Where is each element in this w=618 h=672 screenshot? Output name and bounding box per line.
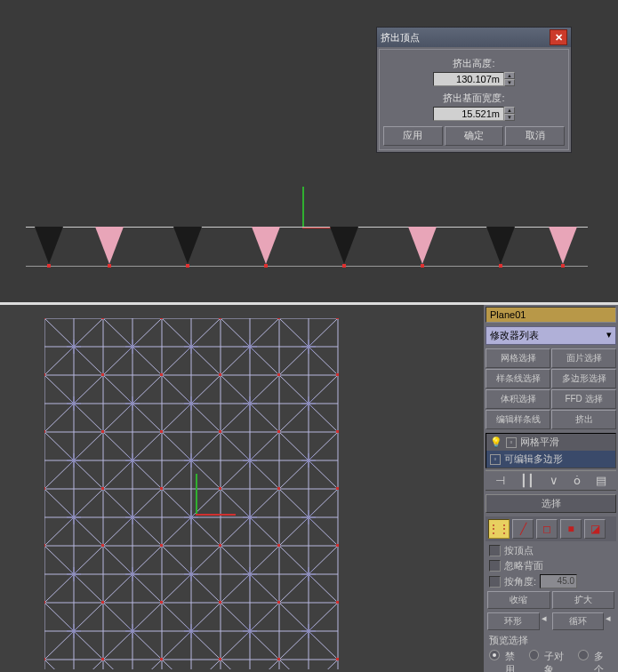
svg-line-503	[127, 455, 132, 460]
svg-rect-363	[101, 318, 104, 319]
modifier-item-meshsmooth[interactable]: 💡 ▫ 网格平滑	[486, 434, 615, 451]
triangle-face	[95, 227, 124, 264]
svg-line-483	[309, 404, 314, 409]
spinner-up-icon[interactable]: ▲	[504, 107, 515, 114]
border-subobj-button[interactable]: ◻	[536, 519, 558, 539]
svg-rect-364	[160, 318, 163, 319]
extrude-base-width-spinner[interactable]: 15.521m ▲ ▼	[383, 107, 565, 121]
svg-rect-392	[44, 601, 45, 604]
ring-button[interactable]: 环形	[487, 612, 540, 630]
preview-off-radio[interactable]	[489, 650, 500, 660]
dialog-titlebar[interactable]: 挤出顶点 ✕	[377, 28, 571, 47]
make-unique-icon[interactable]: ∨	[550, 474, 558, 487]
ok-button[interactable]: 确定	[445, 126, 504, 146]
modifier-list-dropdown[interactable]: 修改器列表 ▾	[486, 326, 616, 345]
spinner-down-icon[interactable]: ▼	[504, 79, 515, 86]
by-vertex-checkbox[interactable]	[489, 545, 501, 556]
svg-rect-388	[160, 544, 163, 547]
extrude-height-input[interactable]: 130.107m	[433, 72, 504, 86]
by-angle-checkbox[interactable]	[489, 576, 501, 588]
svg-line-617	[74, 626, 79, 631]
svg-line-603	[309, 574, 314, 580]
svg-rect-375	[101, 430, 104, 433]
svg-rect-382	[160, 487, 163, 490]
top-viewport[interactable]	[0, 305, 484, 672]
ignore-backface-label: 忽略背面	[504, 559, 543, 572]
extrude-button[interactable]: 挤出	[551, 410, 616, 429]
svg-line-321	[132, 660, 162, 669]
object-name-field[interactable]: Plane01	[486, 307, 616, 323]
spline-select-button[interactable]: 样条线选择	[486, 369, 550, 388]
svg-line-505	[132, 455, 138, 460]
svg-line-619	[132, 631, 138, 636]
svg-rect-397	[336, 601, 339, 604]
modifier-stack[interactable]: 💡 ▫ 网格平滑 ▫ 可编辑多边形	[486, 433, 616, 468]
ffd-select-button[interactable]: FFD 选择	[551, 389, 616, 409]
svg-rect-362	[44, 318, 45, 319]
svg-rect-367	[336, 318, 339, 319]
svg-rect-385	[336, 487, 339, 490]
modifier-item-editable-poly[interactable]: ▫ 可编辑多边形	[486, 451, 615, 468]
loop-button[interactable]: 循环	[552, 612, 605, 630]
extrude-height-label: 挤出高度:	[383, 57, 565, 70]
mesh-select-button[interactable]: 网格选择	[486, 348, 550, 368]
svg-line-521	[250, 455, 255, 460]
svg-rect-387	[101, 544, 104, 547]
ring-spinner[interactable]: ◂	[542, 612, 550, 630]
volume-select-button[interactable]: 体积选择	[486, 389, 550, 409]
bulb-icon[interactable]: 💡	[490, 436, 502, 448]
spinner-down-icon[interactable]: ▼	[504, 114, 515, 121]
pin-icon[interactable]: ⊣	[495, 474, 505, 487]
extrude-height-spinner[interactable]: 130.107m ▲ ▼	[383, 72, 565, 86]
svg-line-417	[74, 341, 79, 347]
svg-line-310	[74, 660, 103, 669]
loop-spinner[interactable]: ◂	[606, 612, 614, 630]
svg-line-623	[127, 626, 132, 631]
svg-line-354	[279, 660, 309, 669]
svg-rect-406	[277, 658, 280, 660]
apply-button[interactable]: 应用	[383, 126, 443, 146]
grow-button[interactable]: 扩大	[552, 591, 615, 609]
shrink-button[interactable]: 收缩	[487, 591, 550, 609]
preview-subobj-radio[interactable]	[529, 650, 540, 660]
remove-icon[interactable]: ȯ	[574, 474, 581, 487]
svg-line-529	[309, 455, 314, 460]
poly-select-button[interactable]: 多边形选择	[551, 369, 616, 388]
selection-rollout-header[interactable]: 选择	[486, 494, 616, 513]
expand-icon[interactable]: ▫	[506, 437, 517, 448]
ignore-backface-checkbox[interactable]	[489, 560, 501, 572]
preview-multi-radio[interactable]	[578, 650, 589, 660]
show-end-icon[interactable]: ┃┃	[520, 474, 534, 487]
polygon-subobj-button[interactable]: ■	[560, 519, 582, 539]
vertex-subobj-button[interactable]: ⋮⋮	[488, 519, 510, 539]
svg-line-411	[74, 347, 79, 352]
svg-line-587	[191, 574, 197, 580]
svg-line-615	[68, 626, 74, 631]
triangle-face	[252, 227, 280, 264]
svg-line-433	[191, 341, 197, 347]
spinner-up-icon[interactable]: ▲	[504, 72, 515, 79]
patch-select-button[interactable]: 面片选择	[551, 348, 616, 368]
angle-input[interactable]: 45.0	[540, 574, 577, 588]
svg-line-635	[250, 631, 255, 636]
expand-icon[interactable]: ▫	[490, 454, 501, 465]
extrude-base-width-label: 挤出基面宽度:	[383, 92, 565, 105]
front-viewport[interactable]: 挤出顶点 ✕ 挤出高度: 130.107m ▲ ▼ 挤出基面宽度: 15.521…	[0, 0, 618, 305]
edit-spline-button[interactable]: 编辑样条线	[486, 410, 550, 429]
rollout-title: 选择	[542, 498, 561, 508]
svg-rect-369	[101, 373, 104, 376]
svg-line-309	[44, 660, 74, 669]
close-icon[interactable]: ✕	[550, 29, 567, 45]
preview-multi-label: 多个	[594, 650, 613, 672]
cancel-button[interactable]: 取消	[505, 126, 565, 146]
extrude-base-width-input[interactable]: 15.521m	[433, 107, 504, 121]
edge-subobj-button[interactable]: ╱	[512, 519, 534, 539]
svg-line-509	[186, 460, 191, 466]
configure-icon[interactable]: ▤	[596, 474, 606, 487]
svg-line-581	[127, 574, 132, 580]
svg-rect-366	[277, 318, 280, 319]
svg-rect-368	[44, 373, 45, 376]
element-subobj-button[interactable]: ◪	[584, 519, 606, 539]
svg-line-435	[250, 347, 255, 352]
svg-rect-393	[101, 601, 104, 604]
